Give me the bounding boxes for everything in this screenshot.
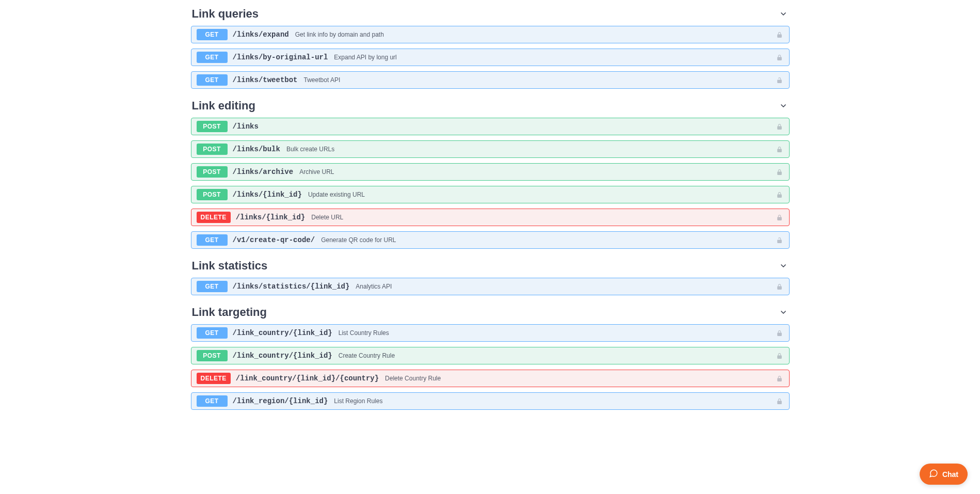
operation-path: /link_region/{link_id} — [233, 397, 328, 405]
operation-description: Get link info by domain and path — [295, 31, 772, 38]
lock-icon[interactable] — [776, 213, 784, 221]
operation-path: /links/{link_id} — [233, 190, 302, 199]
operation-description: Delete URL — [311, 214, 771, 221]
chevron-down-icon — [778, 101, 789, 111]
operation-description: Create Country Rule — [339, 352, 772, 359]
lock-open-icon[interactable] — [776, 76, 784, 84]
chevron-down-icon — [778, 261, 789, 271]
chevron-down-icon — [778, 307, 789, 317]
lock-icon[interactable] — [776, 329, 784, 337]
operation-path: /links/archive — [233, 168, 294, 176]
method-badge: GET — [197, 234, 228, 246]
operation-row[interactable]: POST/links/bulkBulk create URLs — [191, 140, 790, 158]
operation-description: Archive URL — [299, 168, 771, 176]
operation-description: Bulk create URLs — [286, 146, 772, 153]
method-badge: POST — [197, 350, 228, 361]
operation-row[interactable]: GET/link_region/{link_id}List Region Rul… — [191, 392, 790, 410]
method-badge: GET — [197, 29, 228, 40]
lock-icon[interactable] — [776, 374, 784, 383]
method-badge: DELETE — [197, 373, 231, 384]
operation-row[interactable]: POST/link_country/{link_id}Create Countr… — [191, 347, 790, 364]
operation-path: /links/tweetbot — [233, 76, 298, 84]
operation-path: /v1/create-qr-code/ — [233, 236, 315, 244]
operation-description: Delete Country Rule — [385, 375, 771, 382]
method-badge: GET — [197, 281, 228, 292]
lock-icon[interactable] — [776, 282, 784, 291]
operation-path: /links/{link_id} — [236, 213, 305, 221]
operation-row[interactable]: GET/links/tweetbotTweetbot API — [191, 71, 790, 89]
method-badge: DELETE — [197, 212, 231, 223]
operation-description: Generate QR code for URL — [321, 236, 771, 244]
lock-icon[interactable] — [776, 168, 784, 176]
operation-path: /links/bulk — [233, 145, 280, 153]
operation-path: /link_country/{link_id} — [233, 329, 332, 337]
method-badge: POST — [197, 189, 228, 200]
section-title: Link queries — [192, 7, 259, 21]
operation-description: List Region Rules — [334, 397, 771, 405]
chevron-down-icon — [778, 9, 789, 19]
operation-description: Analytics API — [356, 283, 771, 290]
operation-row[interactable]: GET/link_country/{link_id}List Country R… — [191, 324, 790, 342]
method-badge: GET — [197, 74, 228, 86]
operation-description: List Country Rules — [339, 329, 772, 337]
section-header[interactable]: Link queries — [191, 4, 790, 26]
lock-icon[interactable] — [776, 145, 784, 153]
operation-description: Update existing URL — [308, 191, 772, 198]
method-badge: GET — [197, 52, 228, 63]
section-title: Link targeting — [192, 306, 267, 319]
operation-row[interactable]: POST/links/{link_id}Update existing URL — [191, 186, 790, 203]
operation-row[interactable]: DELETE/links/{link_id}Delete URL — [191, 209, 790, 226]
operation-row[interactable]: GET/links/expandGet link info by domain … — [191, 26, 790, 43]
method-badge: GET — [197, 395, 228, 407]
section-header[interactable]: Link targeting — [191, 302, 790, 324]
operation-row[interactable]: GET/v1/create-qr-code/Generate QR code f… — [191, 231, 790, 249]
operation-path: /links/statistics/{link_id} — [233, 282, 350, 291]
lock-icon[interactable] — [776, 53, 784, 61]
operation-row[interactable]: POST/links/archiveArchive URL — [191, 163, 790, 181]
lock-icon[interactable] — [776, 190, 784, 199]
method-badge: GET — [197, 327, 228, 339]
operation-description: Expand API by long url — [334, 54, 771, 61]
lock-icon[interactable] — [776, 122, 784, 131]
operation-path: /link_country/{link_id} — [233, 352, 332, 360]
operation-row[interactable]: GET/links/statistics/{link_id}Analytics … — [191, 278, 790, 295]
section-header[interactable]: Link editing — [191, 96, 790, 118]
operation-row[interactable]: POST/links — [191, 118, 790, 135]
section-header[interactable]: Link statistics — [191, 256, 790, 278]
method-badge: POST — [197, 166, 228, 178]
operation-path: /links/by-original-url — [233, 53, 328, 61]
method-badge: POST — [197, 121, 228, 132]
lock-icon[interactable] — [776, 30, 784, 39]
section-title: Link editing — [192, 99, 255, 113]
method-badge: POST — [197, 144, 228, 155]
operation-row[interactable]: GET/links/by-original-urlExpand API by l… — [191, 49, 790, 66]
operation-path: /links/expand — [233, 30, 289, 39]
operation-row[interactable]: DELETE/link_country/{link_id}/{country}D… — [191, 370, 790, 387]
lock-icon[interactable] — [776, 352, 784, 360]
lock-icon[interactable] — [776, 397, 784, 405]
lock-open-icon[interactable] — [776, 236, 784, 244]
operation-path: /link_country/{link_id}/{country} — [236, 374, 379, 383]
section-title: Link statistics — [192, 259, 268, 273]
operation-path: /links — [233, 122, 259, 131]
operation-description: Tweetbot API — [304, 76, 772, 84]
